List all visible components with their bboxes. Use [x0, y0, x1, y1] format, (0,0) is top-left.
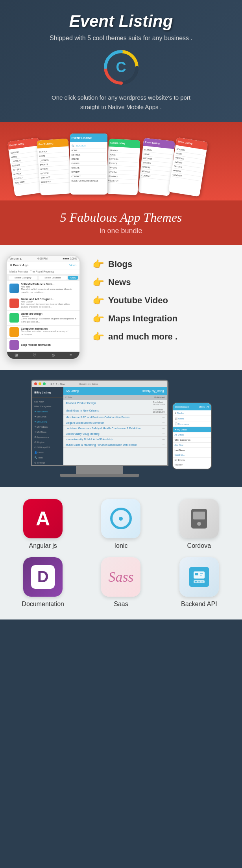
- phone-mockup-3: EVENT LISTING 🔍SEARCH HOME LISTINGS ONLI…: [70, 134, 107, 195]
- backend-logo: [179, 557, 219, 597]
- feature-text-news: News: [108, 277, 131, 287]
- feature-youtube: 👉 Youtube Video: [92, 295, 236, 306]
- svg-rect-7: [200, 575, 202, 576]
- tech-docs: D Documentation: [8, 557, 78, 608]
- sass-logo: Sass: [101, 557, 140, 597]
- phone-mockup-4: Event Listing SEARCH HOME LISTINGS EVENT…: [106, 139, 140, 195]
- feature-icon-more: 👉: [92, 331, 104, 342]
- feature-more: 👉 and much more .: [92, 331, 236, 342]
- svg-point-9: [195, 581, 197, 582]
- feature-blogs: 👉 Blogs: [92, 259, 236, 270]
- tech-sass: Sass Saas: [86, 557, 156, 608]
- logo-letter: C: [116, 59, 126, 76]
- phones-mockup: Event Listing SEARCH HOME LISTINGS EVENT…: [7, 128, 235, 195]
- themes-title: 5 Fabulous App Themes: [8, 210, 234, 225]
- features-section: Verizon ▲ 4:00 PM ■■■■ 100% ≡ Event App …: [0, 245, 242, 370]
- admin-phone-screen: ⊞ Dashboard offers All ✦ Media 📰 News 💬 …: [172, 402, 212, 469]
- phones-section: Event Listing SEARCH HOME LISTINGS EVENT…: [0, 122, 242, 200]
- feature-maps: 👉 Maps Integration: [92, 313, 236, 324]
- docs-logo: D: [23, 557, 63, 597]
- angular-name: Angular js: [29, 542, 57, 549]
- ionic-logo: [101, 499, 140, 538]
- admin-phone: ⊞ Dashboard offers All ✦ Media 📰 News 💬 …: [172, 402, 212, 469]
- logo-circle: C: [103, 50, 139, 85]
- feature-icon-youtube: 👉: [92, 295, 104, 306]
- feature-text-blogs: Blogs: [108, 259, 132, 269]
- svg-rect-5: [195, 573, 198, 575]
- app-screen-mockup: Verizon ▲ 4:00 PM ■■■■ 100% ≡ Event App …: [6, 255, 81, 360]
- svg-rect-2: [193, 512, 205, 519]
- feature-text-maps: Maps Integration: [108, 313, 177, 324]
- feature-text-youtube: Youtube Video: [108, 295, 168, 306]
- tech-cordova: Cordova: [164, 499, 234, 549]
- cordova-name: Cordova: [187, 542, 211, 549]
- sass-name: Saas: [114, 601, 128, 608]
- feature-news: 👉 News: [92, 277, 236, 288]
- docs-name: Documentation: [22, 601, 64, 608]
- features-list: 👉 Blogs 👉 News 👉 Youtube Video 👉 Maps In…: [92, 255, 236, 349]
- svg-point-3: [197, 522, 201, 526]
- phone-mockup-2: Event Listing SEARCH HOME LISTINGS EVENT…: [37, 138, 72, 195]
- tech-angular: A Angular js: [8, 499, 78, 549]
- tech-section: A Angular js Ionic Cordova: [0, 487, 242, 619]
- tech-backend: Backend API: [164, 557, 234, 608]
- themes-section: 5 Fabulous App Themes in one bundle: [0, 200, 242, 245]
- themes-subtitle: in one bundle: [8, 227, 234, 235]
- svg-point-11: [201, 581, 203, 582]
- feature-icon-news: 👉: [92, 277, 104, 288]
- admin-section: ⊕ ✦ ✦ + New Howdy, my_listing ⊞ My Listi…: [0, 370, 242, 487]
- desktop-screen: ⊕ ✦ ✦ + New Howdy, my_listing ⊞ My Listi…: [31, 380, 168, 466]
- feature-icon-maps: 👉: [92, 313, 104, 324]
- hero-description: One click solution for any wordpress web…: [42, 93, 200, 112]
- feature-text-more: and much more .: [108, 332, 177, 342]
- svg-rect-6: [200, 573, 203, 574]
- ionic-name: Ionic: [115, 542, 128, 549]
- hero-title: Event Listing: [8, 12, 234, 31]
- svg-point-10: [198, 581, 200, 582]
- tech-grid: A Angular js Ionic Cordova: [8, 499, 234, 608]
- angular-logo: A: [23, 499, 63, 538]
- hero-section: Event Listing Shipped with 5 cool themes…: [0, 0, 242, 122]
- cordova-logo: [179, 499, 219, 538]
- hero-subtitle: Shipped with 5 cool themes suits for any…: [8, 35, 234, 42]
- desktop-mockup: ⊕ ✦ ✦ + New Howdy, my_listing ⊞ My Listi…: [31, 380, 168, 477]
- feature-icon-blogs: 👉: [92, 259, 104, 270]
- backend-name: Backend API: [181, 601, 217, 608]
- tech-ionic: Ionic: [86, 499, 156, 549]
- features-phone: Verizon ▲ 4:00 PM ■■■■ 100% ≡ Event App …: [6, 255, 85, 360]
